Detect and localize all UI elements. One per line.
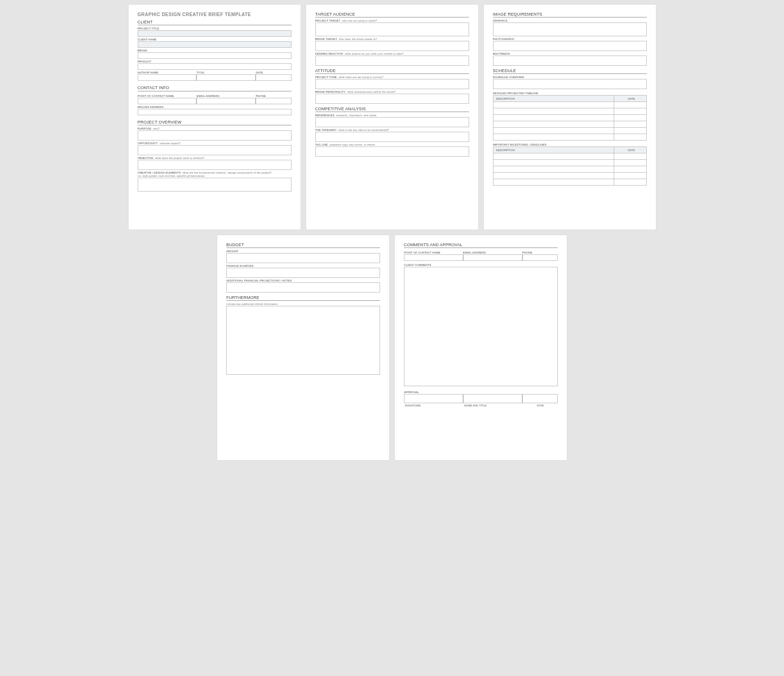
- label-photography: PHOTOGRAPHY: [493, 38, 647, 40]
- input-finance-sources[interactable]: [226, 268, 380, 278]
- input-creative[interactable]: [138, 178, 291, 192]
- table-cell[interactable]: [614, 173, 646, 179]
- label-phone: PHONE: [256, 95, 291, 97]
- input-takeaway[interactable]: [315, 132, 469, 142]
- input-graphics[interactable]: [493, 23, 647, 36]
- label-brand-target: BRAND TARGETwho does the brand speak to?: [315, 38, 469, 40]
- label-email: EMAIL ADDRESS: [463, 251, 522, 254]
- label-detailed-timeline: DETAILED PROJECTED TIMELINE: [493, 92, 647, 95]
- section-project-overview: PROJECT OVERVIEW: [138, 120, 291, 125]
- label-phone: PHONE: [522, 251, 558, 254]
- table-cell[interactable]: [493, 121, 614, 127]
- label-milestones: IMPORTANT MILESTONES / DEADLINES: [493, 143, 647, 146]
- table-cell[interactable]: [614, 121, 646, 127]
- label-creative: CREATIVE / DESIGN ELEMENTSwhat are the f…: [138, 171, 291, 174]
- table-cell[interactable]: [614, 108, 646, 114]
- input-opportunity[interactable]: [138, 145, 291, 155]
- input-poc-name[interactable]: [404, 254, 463, 261]
- label-objective: OBJECTIVEwhat does the project work to a…: [138, 157, 291, 159]
- label-poc-name: POINT OF CONTACT NAME: [138, 95, 197, 97]
- table-cell[interactable]: [493, 115, 614, 121]
- label-furthermore-hint: include any additional critical informat…: [226, 303, 380, 305]
- table-cell[interactable]: [614, 134, 646, 140]
- label-approval: APPROVAL: [404, 391, 558, 394]
- input-project-tone[interactable]: [315, 79, 469, 89]
- table-cell[interactable]: [614, 160, 646, 166]
- input-references[interactable]: [315, 117, 469, 127]
- table-cell[interactable]: [493, 166, 614, 172]
- input-client-name[interactable]: [138, 41, 291, 48]
- input-project-title[interactable]: [138, 30, 291, 37]
- label-multimedia: MULTIMEDIA: [493, 52, 647, 55]
- label-project-target: PROJECT TARGETwho are we trying to reach…: [315, 19, 469, 22]
- input-email[interactable]: [463, 254, 522, 261]
- input-multimedia[interactable]: [493, 56, 647, 66]
- table-cell[interactable]: [493, 153, 614, 159]
- input-phone[interactable]: [522, 254, 558, 261]
- input-project-target[interactable]: [315, 23, 469, 36]
- input-photography[interactable]: [493, 41, 647, 51]
- table-cell[interactable]: [614, 153, 646, 159]
- table-cell[interactable]: [493, 134, 614, 140]
- label-mailing: MAILING ADDRESS: [138, 106, 291, 108]
- label-brand: BRAND: [138, 49, 291, 52]
- input-objective[interactable]: [138, 160, 291, 170]
- input-brand[interactable]: [138, 52, 291, 59]
- input-name-title[interactable]: [463, 394, 522, 403]
- section-schedule: SCHEDULE: [493, 68, 647, 74]
- input-financial-notes[interactable]: [226, 282, 380, 293]
- input-date[interactable]: [256, 74, 291, 81]
- page-5-comments-approval: COMMENTS AND APPROVAL POINT OF CONTACT N…: [395, 235, 567, 460]
- label-product: PRODUCT: [138, 60, 291, 63]
- input-furthermore[interactable]: [226, 306, 380, 375]
- input-brand-personality[interactable]: [315, 94, 469, 104]
- table-cell[interactable]: [614, 166, 646, 172]
- table-cell[interactable]: [614, 128, 646, 134]
- table-cell[interactable]: [493, 179, 614, 185]
- caption-date: DATE: [522, 404, 558, 407]
- input-poc-name[interactable]: [138, 98, 197, 104]
- input-brand-target[interactable]: [315, 41, 469, 51]
- table-cell[interactable]: [493, 102, 614, 108]
- input-client-comments[interactable]: [404, 267, 558, 386]
- label-client-name: CLIENT NAME: [138, 38, 291, 41]
- input-schedule-overview[interactable]: [493, 79, 647, 89]
- table-cell[interactable]: [614, 179, 646, 185]
- input-title[interactable]: [196, 74, 256, 81]
- label-amount: AMOUNT: [226, 250, 380, 253]
- input-signature[interactable]: [404, 394, 463, 403]
- input-email[interactable]: [196, 98, 256, 104]
- label-financial-notes: ADDITIONAL FINANCIAL PROJECTIONS / NOTES: [226, 279, 380, 282]
- label-references: REFERENCESresearch, inspiration, and sty…: [315, 114, 469, 117]
- section-target-audience: TARGET AUDIENCE: [315, 12, 469, 17]
- label-email: EMAIL ADDRESS: [196, 95, 256, 97]
- input-author-name[interactable]: [138, 74, 197, 81]
- table-cell[interactable]: [493, 173, 614, 179]
- input-tagline[interactable]: [315, 146, 469, 157]
- table-cell[interactable]: [493, 160, 614, 166]
- table-cell[interactable]: [614, 115, 646, 121]
- caption-signature: SIGNATURE: [404, 404, 463, 407]
- input-desired-reaction[interactable]: [315, 56, 469, 66]
- input-amount[interactable]: [226, 253, 380, 263]
- label-poc-name: POINT OF CONTACT NAME: [404, 251, 463, 254]
- table-cell[interactable]: [614, 102, 646, 108]
- label-tagline: TAG LINEprepared copy, key words, or the…: [315, 143, 469, 146]
- input-mailing[interactable]: [138, 109, 291, 115]
- section-furthermore: FURTHERMORE: [226, 295, 380, 301]
- input-approval-date[interactable]: [522, 394, 558, 403]
- label-desired-reaction: DESIRED REACTIONwhat actions do you wish…: [315, 52, 469, 55]
- label-client-comments: CLIENT COMMENTS: [404, 264, 558, 266]
- label-takeaway: THE TAKEAWAYwhat is the key idea to be r…: [315, 129, 469, 131]
- section-attitude: ATTITUDE: [315, 68, 469, 74]
- table-cell[interactable]: [493, 128, 614, 134]
- page-2-target: TARGET AUDIENCE PROJECT TARGETwho are we…: [306, 5, 478, 230]
- input-product[interactable]: [138, 63, 291, 70]
- table-detailed-timeline: DESCRIPTIONDATE: [493, 95, 647, 141]
- label-finance-sources: FINANCE SOURCES: [226, 265, 380, 267]
- th-date: DATE: [614, 96, 646, 101]
- input-phone[interactable]: [256, 98, 291, 104]
- input-purpose[interactable]: [138, 130, 291, 141]
- table-cell[interactable]: [493, 108, 614, 114]
- label-title: TITLE: [196, 71, 256, 74]
